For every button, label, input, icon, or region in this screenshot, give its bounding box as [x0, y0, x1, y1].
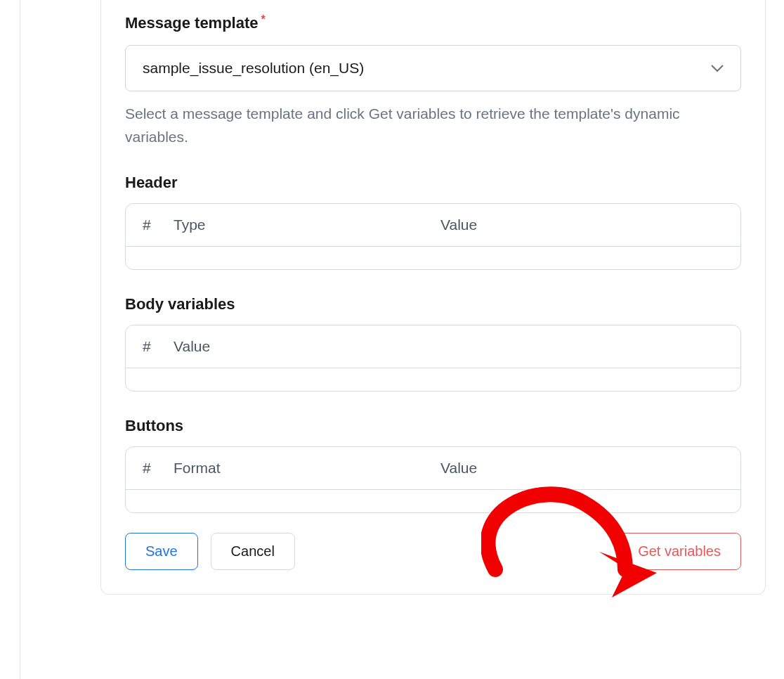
table-body-empty	[126, 368, 740, 391]
col-value: Value	[440, 216, 724, 233]
table-header-row: # Type Value	[126, 204, 740, 247]
buttons-section-heading: Buttons	[125, 417, 741, 435]
col-type: Type	[174, 216, 440, 233]
col-value: Value	[174, 338, 216, 355]
col-hash: #	[143, 460, 174, 477]
chevron-down-icon	[711, 62, 724, 75]
table-header-row: # Value	[126, 325, 740, 368]
header-section-heading: Header	[125, 174, 741, 192]
col-hash: #	[143, 338, 174, 355]
message-template-select[interactable]: sample_issue_resolution (en_US)	[125, 45, 741, 91]
header-table: # Type Value	[125, 203, 741, 270]
help-text: Select a message template and click Get …	[125, 103, 741, 148]
table-body-empty	[126, 490, 740, 512]
buttons-table: # Format Value	[125, 446, 741, 513]
col-value: Value	[440, 460, 724, 477]
col-format: Format	[174, 460, 440, 477]
body-variables-heading: Body variables	[125, 295, 741, 313]
field-label-text: Message template	[125, 14, 259, 32]
col-hash: #	[143, 216, 174, 233]
body-variables-table: # Value	[125, 325, 741, 392]
button-group-left: Save Cancel	[125, 533, 295, 570]
required-asterisk: *	[261, 14, 266, 25]
save-button[interactable]: Save	[125, 533, 198, 570]
button-row: Save Cancel Get variables	[125, 533, 741, 570]
select-value-text: sample_issue_resolution (en_US)	[143, 60, 364, 77]
table-body-empty	[126, 247, 740, 269]
cancel-button[interactable]: Cancel	[211, 533, 295, 570]
get-variables-button[interactable]: Get variables	[618, 533, 741, 570]
divider-line	[20, 0, 20, 679]
table-header-row: # Format Value	[126, 447, 740, 490]
form-panel: Message template * sample_issue_resoluti…	[100, 0, 766, 595]
message-template-label: Message template *	[125, 14, 741, 32]
